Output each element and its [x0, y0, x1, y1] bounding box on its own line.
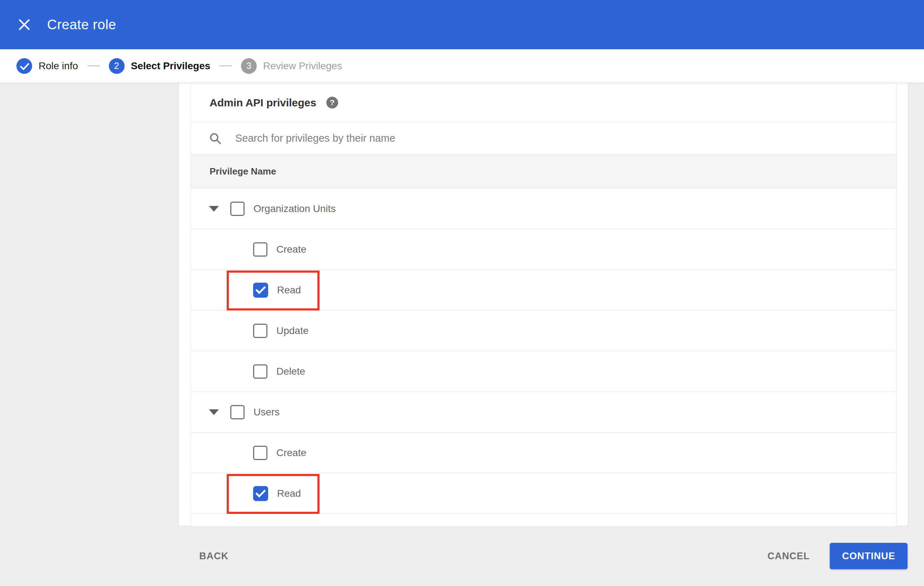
step-select-privileges[interactable]: 2 Select Privileges [109, 58, 211, 74]
privilege-label: Update [276, 325, 309, 337]
section-heading-row: Admin API privileges ? [191, 83, 896, 122]
column-header-privilege-name: Privilege Name [210, 166, 276, 177]
step-number-badge: 2 [109, 58, 125, 74]
continue-button[interactable]: CONTINUE [830, 543, 908, 569]
close-button[interactable] [16, 16, 33, 33]
partial-row [191, 514, 896, 526]
close-icon [18, 18, 30, 31]
privilege-label: Delete [276, 366, 305, 377]
step-separator [219, 65, 232, 66]
back-button[interactable]: BACK [199, 551, 228, 562]
section-title: Admin API privileges [210, 97, 316, 109]
privilege-label: Create [276, 244, 306, 255]
cancel-button[interactable]: CANCEL [767, 551, 810, 562]
step-review-privileges[interactable]: 3 Review Privileges [241, 58, 342, 74]
table-row: Update [191, 311, 896, 351]
table-row: Create [191, 433, 896, 473]
app-bar: Create role [0, 0, 924, 49]
privilege-label: Organization Units [254, 203, 336, 214]
privilege-checkbox[interactable] [253, 324, 267, 338]
dialog-title: Create role [47, 17, 116, 33]
privilege-label: Read [277, 285, 301, 296]
privilege-checkbox[interactable] [253, 486, 268, 501]
table-header-row: Privilege Name [191, 154, 896, 188]
step-label: Select Privileges [131, 60, 211, 72]
main-panel: Admin API privileges ? Privilege Name Or… [178, 83, 908, 526]
privilege-checkbox[interactable] [230, 202, 244, 216]
table-row: Users [191, 392, 896, 433]
highlight-box [227, 270, 320, 311]
highlight-box [227, 474, 320, 514]
table-row: Read [191, 473, 896, 514]
privilege-label: Users [254, 407, 280, 418]
privilege-label: Read [277, 488, 301, 499]
expand-caret-icon[interactable] [209, 206, 219, 212]
footer-bar: BACK CANCEL CONTINUE [0, 526, 924, 586]
step-label: Review Privileges [263, 60, 342, 72]
privilege-label: Create [276, 447, 306, 459]
step-separator [87, 65, 100, 66]
step-label: Role info [38, 60, 78, 72]
table-row: Create [191, 229, 896, 270]
privilege-checkbox[interactable] [230, 405, 244, 419]
expand-caret-icon[interactable] [209, 409, 219, 415]
privilege-checkbox[interactable] [253, 242, 267, 257]
privilege-rows: Organization UnitsCreateReadUpdateDelete… [191, 188, 896, 526]
search-icon [209, 132, 222, 145]
step-role-info[interactable]: Role info [16, 58, 78, 74]
search-bar [191, 122, 896, 154]
privilege-checkbox[interactable] [253, 364, 267, 379]
privilege-checkbox[interactable] [253, 283, 268, 298]
table-row: Organization Units [191, 188, 896, 229]
step-number-badge: 3 [241, 58, 257, 74]
privilege-checkbox[interactable] [253, 446, 267, 460]
footer-actions: CANCEL CONTINUE [767, 543, 908, 569]
help-icon[interactable]: ? [326, 97, 338, 109]
stepper: Role info 2 Select Privileges 3 Review P… [0, 49, 924, 83]
step-complete-check-icon [16, 58, 32, 74]
search-input[interactable] [235, 132, 735, 144]
table-row: Delete [191, 351, 896, 392]
table-row: Read [191, 270, 896, 311]
privileges-card: Admin API privileges ? Privilege Name Or… [191, 83, 897, 526]
